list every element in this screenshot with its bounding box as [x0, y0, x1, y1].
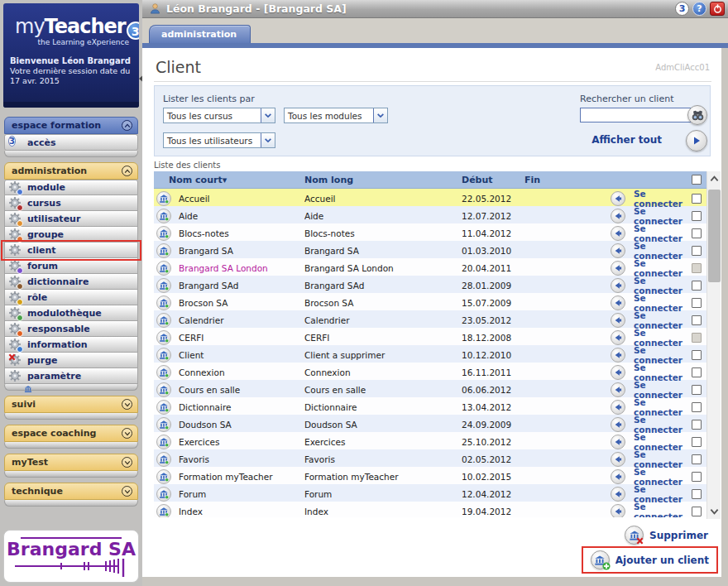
- client-row[interactable]: Formation myTeacherFormation myTeacher10…: [154, 467, 706, 484]
- column-nom-long[interactable]: Nom long: [304, 175, 462, 185]
- chevron-up-icon[interactable]: [122, 120, 132, 131]
- client-row[interactable]: Blocs-notesBlocs-notes11.04.2012Se conne…: [154, 223, 706, 241]
- row-checkbox[interactable]: [692, 350, 702, 360]
- version-badge-icon[interactable]: 3: [675, 2, 689, 16]
- client-bank-icon[interactable]: [156, 487, 171, 502]
- section-header-espace-formation[interactable]: espace formation: [4, 117, 138, 134]
- chevron-up-icon[interactable]: [122, 166, 132, 176]
- section-header-administration[interactable]: administration: [4, 162, 138, 180]
- client-search-input[interactable]: [580, 108, 694, 122]
- row-checkbox[interactable]: [692, 298, 702, 308]
- client-row[interactable]: ClientClient a supprimer10.12.2010Se con…: [154, 345, 706, 363]
- row-checkbox[interactable]: [692, 281, 702, 291]
- client-bank-icon[interactable]: [156, 435, 171, 449]
- cursus-select[interactable]: Tous les cursus: [163, 108, 275, 123]
- client-bank-icon[interactable]: [156, 226, 171, 241]
- sidebar-item-purge[interactable]: purge: [4, 353, 138, 368]
- client-row[interactable]: AccueilAccueil22.05.2012Se connecter: [154, 189, 706, 206]
- client-bank-icon[interactable]: [156, 191, 171, 206]
- client-row[interactable]: Brocson SABrocson SA15.07.2009Se connect…: [154, 293, 706, 310]
- client-bank-icon[interactable]: [156, 261, 171, 276]
- client-bank-icon[interactable]: [156, 209, 171, 223]
- help-icon[interactable]: ?: [692, 2, 706, 16]
- sidebar-item-cursus[interactable]: cursus: [4, 195, 138, 211]
- column-nom-court[interactable]: Nom court▾: [169, 175, 304, 185]
- client-row[interactable]: Doudson SADoudson SA24.09.2009Se connect…: [154, 415, 706, 432]
- client-bank-icon[interactable]: [156, 330, 171, 345]
- client-bank-icon[interactable]: [156, 243, 171, 258]
- client-bank-icon[interactable]: [156, 452, 171, 467]
- sidebar-item-information[interactable]: information: [4, 337, 138, 353]
- sidebar-item-groupe[interactable]: groupe: [4, 227, 138, 243]
- sidebar-item-module[interactable]: module: [4, 180, 138, 195]
- scrollbar-down-icon[interactable]: [707, 504, 721, 519]
- client-bank-icon[interactable]: [156, 382, 171, 397]
- section-header-mytest[interactable]: myTest: [4, 454, 138, 471]
- client-bank-icon[interactable]: [156, 278, 171, 293]
- row-checkbox[interactable]: [692, 246, 702, 256]
- users-select[interactable]: Tous les utilisateurs: [163, 132, 275, 148]
- client-bank-icon[interactable]: [156, 348, 171, 363]
- client-row[interactable]: Brangard SABrangard SA01.03.2010Se conne…: [154, 241, 706, 258]
- client-bank-icon[interactable]: [156, 400, 171, 415]
- chevron-down-icon[interactable]: [122, 399, 132, 410]
- sidebar-item-parametre[interactable]: paramètre: [4, 368, 138, 384]
- row-checkbox[interactable]: [692, 507, 702, 516]
- scrollbar-up-icon[interactable]: [707, 171, 721, 186]
- client-row[interactable]: Cours en salleCours en salle06.06.2012Se…: [154, 380, 706, 397]
- sidebar-item-dictionnaire[interactable]: dictionnaire: [4, 274, 138, 290]
- sidebar-item-modulotheque[interactable]: modulothèque: [4, 305, 138, 321]
- row-checkbox[interactable]: [692, 228, 702, 238]
- client-row[interactable]: Brangard SAdBrangard SAd28.01.2009Se con…: [154, 276, 706, 293]
- show-all-link[interactable]: Afficher tout: [592, 134, 662, 146]
- tab-administration[interactable]: administration: [149, 25, 251, 43]
- client-bank-icon[interactable]: [156, 365, 171, 380]
- section-header-espace-coaching[interactable]: espace coaching: [4, 425, 138, 442]
- client-row[interactable]: Brangard SA LondonBrangard SA London20.0…: [154, 258, 706, 276]
- select-all-checkbox[interactable]: [692, 175, 702, 185]
- client-bank-icon[interactable]: [156, 469, 171, 484]
- client-row[interactable]: CERFICERFI18.12.2008Se connecter: [154, 328, 706, 345]
- client-row[interactable]: ForumForum12.04.2012Se connecter: [154, 484, 706, 502]
- scrollbar-thumb[interactable]: [708, 190, 721, 282]
- row-checkbox[interactable]: [692, 385, 702, 395]
- client-row[interactable]: AideAide12.07.2012Se connecter: [154, 206, 706, 223]
- client-bank-icon[interactable]: [156, 313, 171, 328]
- client-bank-icon[interactable]: [156, 417, 171, 432]
- row-checkbox[interactable]: [692, 420, 702, 430]
- client-row[interactable]: IndexIndex19.04.2012Se connecter: [154, 502, 706, 517]
- client-row[interactable]: ExercicesExercices25.10.2012Se connecter: [154, 432, 706, 449]
- row-checkbox[interactable]: [692, 315, 702, 325]
- power-logout-icon[interactable]: [710, 2, 725, 16]
- client-row[interactable]: DictionnaireDictionnaire13.04.2012Se con…: [154, 397, 706, 415]
- section-header-suivi[interactable]: suivi: [4, 396, 138, 413]
- client-row[interactable]: FavorisFavoris02.05.2012Se connecter: [154, 449, 706, 467]
- sidebar-item-forum[interactable]: forum: [4, 258, 138, 274]
- chevron-down-icon[interactable]: [122, 486, 132, 497]
- sidebar-item-client[interactable]: client: [4, 243, 138, 258]
- chevron-down-icon[interactable]: [122, 457, 132, 468]
- sidebar-item-acces[interactable]: 3accès: [4, 134, 138, 151]
- show-all-go-icon[interactable]: [686, 130, 707, 151]
- modules-select[interactable]: Tous les modules: [284, 108, 388, 123]
- sidebar-item-responsable[interactable]: responsable: [4, 321, 138, 337]
- se-connecter-link[interactable]: Se connecter: [622, 502, 688, 517]
- sidebar-item-utilisateur[interactable]: utilisateur: [4, 211, 138, 227]
- client-bank-icon[interactable]: [156, 504, 171, 517]
- row-checkbox[interactable]: [692, 489, 702, 499]
- search-binoculars-icon[interactable]: [687, 105, 707, 125]
- section-header-technique[interactable]: technique: [4, 483, 138, 500]
- chevron-down-icon[interactable]: [373, 108, 387, 122]
- client-bank-icon[interactable]: [156, 295, 171, 310]
- row-checkbox[interactable]: [692, 194, 702, 204]
- delete-client-button[interactable]: Supprimer: [625, 526, 708, 545]
- chevron-down-icon[interactable]: [261, 133, 275, 147]
- row-checkbox[interactable]: [692, 367, 702, 377]
- client-row[interactable]: ConnexionConnexion16.11.2011Se connecter: [154, 363, 706, 380]
- add-client-button[interactable]: Ajouter un client: [582, 546, 718, 574]
- column-debut[interactable]: Début: [462, 175, 524, 185]
- sidebar-item-role[interactable]: rôle: [4, 290, 138, 305]
- row-checkbox[interactable]: [692, 402, 702, 412]
- table-scrollbar[interactable]: [706, 171, 721, 519]
- column-fin[interactable]: Fin: [524, 175, 602, 185]
